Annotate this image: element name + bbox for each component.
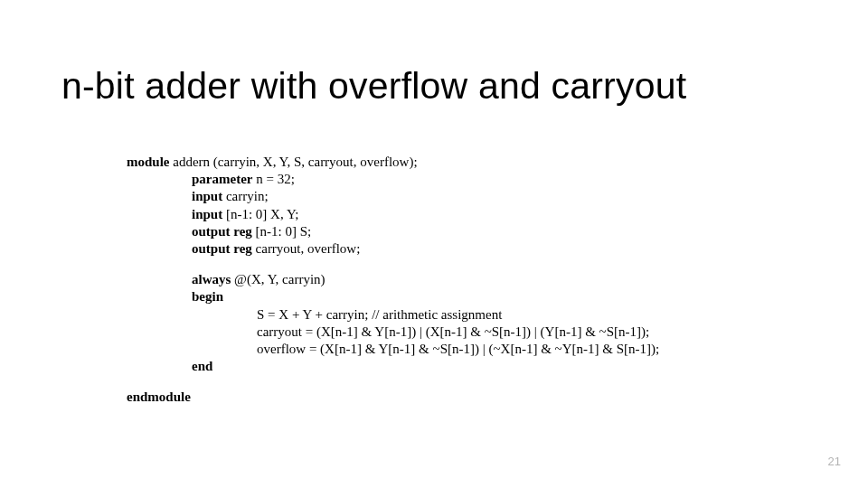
keyword: output reg [192, 224, 252, 239]
keyword: begin [192, 289, 223, 304]
keyword: input [192, 189, 222, 203]
keyword: module [127, 155, 170, 169]
keyword: end [192, 359, 212, 373]
blank-line [127, 258, 659, 271]
code-line: input [n-1: 0] X, Y; [127, 206, 659, 223]
code-line: input carryin; [127, 188, 659, 205]
code-text: @(X, Y, carryin) [231, 272, 325, 286]
code-line: begin [127, 288, 659, 305]
code-text: [n-1: 0] S; [252, 224, 311, 239]
code-line: overflow = (X[n-1] & Y[n-1] & ~S[n-1]) |… [127, 341, 659, 358]
code-line: parameter n = 32; [127, 171, 659, 188]
keyword: output reg [192, 241, 252, 256]
code-text: carryout = (X[n-1] & Y[n-1]) | (X[n-1] &… [257, 324, 649, 339]
code-line: endmodule [127, 389, 659, 406]
code-line: carryout = (X[n-1] & Y[n-1]) | (X[n-1] &… [127, 324, 659, 341]
code-text: n = 32; [252, 172, 294, 186]
blank-line [127, 375, 659, 389]
slide: n-bit adder with overflow and carryout m… [0, 0, 868, 488]
code-block: module addern (carryin, X, Y, S, carryou… [127, 154, 659, 406]
code-text: overflow = (X[n-1] & Y[n-1] & ~S[n-1]) |… [257, 342, 659, 356]
code-text: carryin; [222, 189, 268, 203]
keyword: endmodule [127, 389, 191, 404]
code-line: S = X + Y + carryin; // arithmetic assig… [127, 306, 659, 324]
code-line: output reg carryout, overflow; [127, 240, 659, 258]
keyword: parameter [192, 172, 252, 186]
code-text: [n-1: 0] X, Y; [222, 207, 298, 221]
keyword: always [192, 272, 231, 286]
code-text: carryout, overflow; [252, 241, 361, 256]
code-line: module addern (carryin, X, Y, S, carryou… [127, 154, 659, 171]
code-text: S = X + Y + carryin; // arithmetic assig… [257, 307, 502, 322]
slide-title: n-bit adder with overflow and carryout [61, 65, 686, 108]
code-line: output reg [n-1: 0] S; [127, 223, 659, 240]
code-line: always @(X, Y, carryin) [127, 271, 659, 288]
code-line: end [127, 358, 659, 375]
keyword: input [192, 207, 222, 221]
code-text: addern (carryin, X, Y, S, carryout, over… [170, 155, 418, 169]
page-number: 21 [828, 455, 841, 468]
